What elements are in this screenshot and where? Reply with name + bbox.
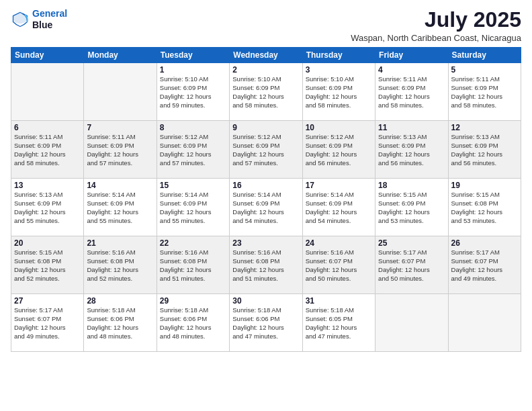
day-number: 26 — [451, 238, 518, 248]
day-cell: 29Sunrise: 5:18 AM Sunset: 6:06 PM Dayli… — [157, 294, 229, 352]
day-number: 24 — [306, 238, 372, 248]
day-number: 2 — [232, 65, 299, 75]
day-number: 1 — [160, 65, 226, 75]
day-info: Sunrise: 5:15 AM Sunset: 6:08 PM Dayligh… — [14, 248, 81, 283]
week-row-2: 13Sunrise: 5:13 AM Sunset: 6:09 PM Dayli… — [11, 179, 521, 236]
day-info: Sunrise: 5:13 AM Sunset: 6:09 PM Dayligh… — [451, 133, 518, 167]
logo-text: General Blue — [32, 8, 67, 31]
day-info: Sunrise: 5:10 AM Sunset: 6:09 PM Dayligh… — [160, 75, 226, 109]
day-info: Sunrise: 5:16 AM Sunset: 6:08 PM Dayligh… — [87, 248, 153, 283]
day-number: 17 — [306, 181, 372, 190]
col-tuesday: Tuesday — [157, 48, 229, 63]
col-thursday: Thursday — [302, 48, 375, 63]
day-info: Sunrise: 5:16 AM Sunset: 6:08 PM Dayligh… — [232, 248, 299, 283]
week-row-1: 6Sunrise: 5:11 AM Sunset: 6:09 PM Daylig… — [11, 121, 521, 179]
day-info: Sunrise: 5:15 AM Sunset: 6:09 PM Dayligh… — [378, 191, 445, 225]
day-cell: 19Sunrise: 5:15 AM Sunset: 6:08 PM Dayli… — [448, 179, 521, 236]
day-cell: 25Sunrise: 5:17 AM Sunset: 6:07 PM Dayli… — [375, 236, 448, 294]
day-number: 27 — [14, 296, 81, 306]
day-number: 11 — [378, 123, 445, 132]
day-cell: 5Sunrise: 5:11 AM Sunset: 6:09 PM Daylig… — [448, 63, 521, 121]
day-number: 23 — [232, 238, 299, 248]
col-saturday: Saturday — [448, 48, 521, 63]
day-number: 7 — [87, 123, 153, 132]
day-number: 16 — [232, 181, 299, 190]
day-cell: 22Sunrise: 5:16 AM Sunset: 6:08 PM Dayli… — [157, 236, 229, 294]
day-cell — [11, 63, 84, 121]
week-row-0: 1Sunrise: 5:10 AM Sunset: 6:09 PM Daylig… — [11, 63, 521, 121]
day-cell: 6Sunrise: 5:11 AM Sunset: 6:09 PM Daylig… — [11, 121, 84, 179]
logo-icon — [11, 10, 30, 29]
day-info: Sunrise: 5:11 AM Sunset: 6:09 PM Dayligh… — [87, 133, 153, 167]
day-number: 31 — [306, 296, 372, 306]
day-cell — [84, 63, 157, 121]
day-number: 22 — [160, 238, 226, 248]
day-cell: 8Sunrise: 5:12 AM Sunset: 6:09 PM Daylig… — [157, 121, 229, 179]
day-cell: 28Sunrise: 5:18 AM Sunset: 6:06 PM Dayli… — [84, 294, 157, 352]
day-number: 30 — [232, 296, 299, 306]
day-info: Sunrise: 5:11 AM Sunset: 6:09 PM Dayligh… — [451, 75, 518, 109]
day-number: 3 — [306, 65, 372, 75]
day-info: Sunrise: 5:12 AM Sunset: 6:09 PM Dayligh… — [306, 133, 372, 167]
day-number: 5 — [451, 65, 518, 75]
day-cell: 23Sunrise: 5:16 AM Sunset: 6:08 PM Dayli… — [230, 236, 302, 294]
day-cell: 24Sunrise: 5:16 AM Sunset: 6:07 PM Dayli… — [302, 236, 375, 294]
day-info: Sunrise: 5:18 AM Sunset: 6:05 PM Dayligh… — [306, 306, 372, 340]
day-cell: 17Sunrise: 5:14 AM Sunset: 6:09 PM Dayli… — [302, 179, 375, 236]
day-info: Sunrise: 5:14 AM Sunset: 6:09 PM Dayligh… — [160, 191, 226, 225]
day-info: Sunrise: 5:11 AM Sunset: 6:09 PM Dayligh… — [14, 133, 81, 167]
day-cell: 1Sunrise: 5:10 AM Sunset: 6:09 PM Daylig… — [157, 63, 229, 121]
day-number: 6 — [14, 123, 81, 132]
day-cell: 9Sunrise: 5:12 AM Sunset: 6:09 PM Daylig… — [230, 121, 302, 179]
day-info: Sunrise: 5:17 AM Sunset: 6:07 PM Dayligh… — [378, 248, 445, 283]
day-info: Sunrise: 5:18 AM Sunset: 6:06 PM Dayligh… — [160, 306, 226, 340]
day-number: 14 — [87, 181, 153, 190]
day-number: 20 — [14, 238, 81, 248]
day-number: 28 — [87, 296, 153, 306]
week-row-4: 27Sunrise: 5:17 AM Sunset: 6:07 PM Dayli… — [11, 294, 521, 352]
logo-line1: General — [32, 8, 67, 19]
week-row-3: 20Sunrise: 5:15 AM Sunset: 6:08 PM Dayli… — [11, 236, 521, 294]
day-info: Sunrise: 5:10 AM Sunset: 6:09 PM Dayligh… — [306, 75, 372, 109]
day-cell: 12Sunrise: 5:13 AM Sunset: 6:09 PM Dayli… — [448, 121, 521, 179]
day-number: 13 — [14, 181, 81, 190]
day-info: Sunrise: 5:16 AM Sunset: 6:07 PM Dayligh… — [306, 248, 372, 283]
day-info: Sunrise: 5:12 AM Sunset: 6:09 PM Dayligh… — [160, 133, 226, 167]
day-cell: 10Sunrise: 5:12 AM Sunset: 6:09 PM Dayli… — [302, 121, 375, 179]
col-sunday: Sunday — [11, 48, 84, 63]
day-info: Sunrise: 5:14 AM Sunset: 6:09 PM Dayligh… — [87, 191, 153, 225]
day-cell: 21Sunrise: 5:16 AM Sunset: 6:08 PM Dayli… — [84, 236, 157, 294]
day-info: Sunrise: 5:12 AM Sunset: 6:09 PM Dayligh… — [232, 133, 299, 167]
subtitle: Waspan, North Caribbean Coast, Nicaragua — [351, 33, 521, 43]
day-cell: 2Sunrise: 5:10 AM Sunset: 6:09 PM Daylig… — [230, 63, 302, 121]
day-number: 4 — [378, 65, 445, 75]
day-cell: 31Sunrise: 5:18 AM Sunset: 6:05 PM Dayli… — [302, 294, 375, 352]
day-info: Sunrise: 5:13 AM Sunset: 6:09 PM Dayligh… — [378, 133, 445, 167]
day-number: 8 — [160, 123, 226, 132]
day-cell: 16Sunrise: 5:14 AM Sunset: 6:09 PM Dayli… — [230, 179, 302, 236]
day-info: Sunrise: 5:17 AM Sunset: 6:07 PM Dayligh… — [14, 306, 81, 340]
title-block: July 2025 Waspan, North Caribbean Coast,… — [351, 8, 521, 43]
day-cell: 7Sunrise: 5:11 AM Sunset: 6:09 PM Daylig… — [84, 121, 157, 179]
day-cell: 18Sunrise: 5:15 AM Sunset: 6:09 PM Dayli… — [375, 179, 448, 236]
day-info: Sunrise: 5:13 AM Sunset: 6:09 PM Dayligh… — [14, 191, 81, 225]
day-info: Sunrise: 5:10 AM Sunset: 6:09 PM Dayligh… — [232, 75, 299, 109]
day-cell: 20Sunrise: 5:15 AM Sunset: 6:08 PM Dayli… — [11, 236, 84, 294]
day-info: Sunrise: 5:18 AM Sunset: 6:06 PM Dayligh… — [232, 306, 299, 340]
day-number: 18 — [378, 181, 445, 190]
day-number: 29 — [160, 296, 226, 306]
day-number: 12 — [451, 123, 518, 132]
header: General Blue July 2025 Waspan, North Car… — [11, 8, 521, 43]
day-cell: 30Sunrise: 5:18 AM Sunset: 6:06 PM Dayli… — [230, 294, 302, 352]
day-cell — [375, 294, 448, 352]
col-wednesday: Wednesday — [230, 48, 302, 63]
month-title: July 2025 — [351, 8, 521, 32]
col-friday: Friday — [375, 48, 448, 63]
day-info: Sunrise: 5:14 AM Sunset: 6:09 PM Dayligh… — [232, 191, 299, 225]
day-cell — [448, 294, 521, 352]
logo: General Blue — [11, 8, 67, 31]
day-info: Sunrise: 5:14 AM Sunset: 6:09 PM Dayligh… — [306, 191, 372, 225]
day-info: Sunrise: 5:11 AM Sunset: 6:09 PM Dayligh… — [378, 75, 445, 109]
day-number: 15 — [160, 181, 226, 190]
col-monday: Monday — [84, 48, 157, 63]
